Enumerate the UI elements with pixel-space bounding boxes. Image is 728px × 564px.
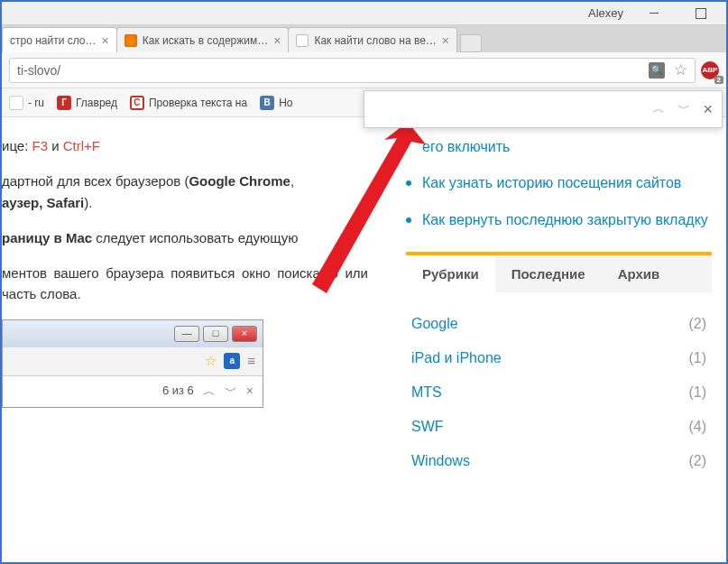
- article-line: раницу в Mac следует использовать едующу…: [2, 227, 368, 248]
- window-maximize-button[interactable]: [685, 5, 717, 22]
- bookmark-label: Проверка текста на: [149, 97, 247, 109]
- new-tab-button[interactable]: [460, 34, 482, 52]
- inset-find-next-icon[interactable]: ﹀: [225, 382, 237, 402]
- article-line: ице: F3 и Ctrl+F: [2, 135, 368, 156]
- related-link-item[interactable]: Как вернуть последнюю закрытую вкладку: [406, 210, 712, 230]
- related-link-partial: его включить: [422, 137, 510, 157]
- omnibox-actions: 🔍 ☆: [649, 60, 687, 79]
- article-line: дартной для всех браузеров (Google Chrom…: [2, 171, 368, 213]
- page-content: ице: F3 и Ctrl+F дартной для всех браузе…: [2, 117, 726, 562]
- tab-label: Как найти слово на ве…: [314, 34, 436, 47]
- tab-label: Как искать в содержим…: [143, 34, 269, 47]
- inset-star-icon[interactable]: ☆: [205, 350, 217, 371]
- inset-close-button[interactable]: ×: [232, 326, 257, 342]
- inset-minimize-button[interactable]: —: [174, 326, 199, 342]
- inset-maximize-button[interactable]: □: [203, 326, 228, 342]
- category-item[interactable]: Google (2): [411, 307, 706, 341]
- find-prev-icon[interactable]: ︿: [652, 101, 665, 117]
- browser-tab[interactable]: Как искать в содержим… ×: [116, 27, 290, 52]
- category-link[interactable]: iPad и iPhone: [411, 350, 502, 366]
- tab-strip: стро найти сло… × Как искать в содержим……: [2, 25, 726, 52]
- category-item[interactable]: Windows (2): [411, 444, 706, 478]
- tab-label: стро найти сло…: [10, 34, 97, 47]
- related-link-item[interactable]: его включить: [406, 137, 712, 157]
- sidebar-column: его включить Как узнать историю посещени…: [381, 117, 726, 562]
- bookmark-item[interactable]: Г Главред: [57, 96, 117, 110]
- category-link[interactable]: Windows: [411, 453, 470, 469]
- category-item[interactable]: iPad и iPhone (1): [411, 341, 706, 375]
- inset-find-bar: 6 из 6 ︿ ﹀ ×: [3, 376, 263, 407]
- widget-tab-rubrics[interactable]: Рубрики: [406, 255, 495, 292]
- bookmark-favicon-icon: [9, 96, 23, 110]
- related-link: Как вернуть последнюю закрытую вкладку: [422, 210, 708, 230]
- adblock-icon[interactable]: ABP: [701, 61, 719, 79]
- username-label: Alexey: [588, 6, 623, 20]
- inset-amazon-icon[interactable]: a: [224, 353, 240, 369]
- category-count: (1): [688, 384, 706, 401]
- sidebar-widget: Рубрики Последние Архив Google (2) iPad …: [406, 252, 712, 478]
- widget-tab-recent[interactable]: Последние: [495, 255, 602, 292]
- tab-close-icon[interactable]: ×: [442, 33, 449, 48]
- bullet-icon: [406, 180, 411, 186]
- search-engine-icon[interactable]: 🔍: [649, 62, 665, 79]
- find-input[interactable]: [373, 102, 640, 116]
- inset-address-bar: ☆ a ≡: [3, 347, 263, 376]
- browser-tab[interactable]: Как найти слово на ве… ×: [288, 27, 457, 52]
- url-text: ti-slovo/: [17, 63, 60, 78]
- widget-tabstrip: Рубрики Последние Архив: [406, 255, 712, 292]
- window-titlebar: Alexey: [2, 2, 726, 25]
- tab-close-icon[interactable]: ×: [273, 33, 281, 48]
- article-line: ментов вашего браузера появиться окно по…: [2, 263, 368, 305]
- category-count: (4): [688, 419, 706, 435]
- bookmark-label: Главред: [76, 97, 117, 109]
- widget-tab-archive[interactable]: Архив: [602, 255, 677, 292]
- bookmark-favicon-icon: C: [130, 96, 144, 110]
- bookmark-favicon-icon: Г: [57, 96, 71, 110]
- category-count: (2): [688, 316, 706, 332]
- category-link[interactable]: SWF: [411, 419, 444, 435]
- bookmark-star-icon[interactable]: ☆: [674, 60, 687, 79]
- category-count: (1): [688, 350, 706, 366]
- category-link[interactable]: Google: [411, 316, 458, 332]
- bookmark-label: - ru: [28, 97, 44, 109]
- url-input[interactable]: ti-slovo/ 🔍 ☆: [9, 58, 696, 83]
- find-next-icon[interactable]: ﹀: [677, 101, 690, 117]
- inset-titlebar: — □ ×: [3, 320, 263, 347]
- category-link[interactable]: MTS: [411, 384, 442, 401]
- inset-find-prev-icon[interactable]: ︿: [203, 382, 216, 402]
- firefox-favicon-icon: [124, 34, 137, 47]
- related-link: Как узнать историю посещения сайтов: [422, 173, 681, 193]
- find-close-icon[interactable]: ×: [703, 100, 713, 119]
- category-count: (2): [688, 453, 706, 469]
- tab-close-icon[interactable]: ×: [102, 33, 109, 48]
- window-minimize-button[interactable]: [638, 5, 670, 22]
- inset-find-close-icon[interactable]: ×: [246, 382, 253, 402]
- address-bar: ti-slovo/ 🔍 ☆ ABP: [2, 52, 726, 88]
- find-in-page-bar: ︿ ﹀ ×: [364, 90, 723, 128]
- bookmark-item[interactable]: - ru: [9, 96, 44, 110]
- browser-tab[interactable]: стро найти сло… ×: [2, 27, 117, 52]
- category-item[interactable]: SWF (4): [411, 410, 706, 444]
- bookmark-item[interactable]: B Но: [260, 96, 292, 110]
- category-item[interactable]: MTS (1): [411, 375, 706, 410]
- related-link-item[interactable]: Как узнать историю посещения сайтов: [406, 173, 712, 193]
- bookmark-item[interactable]: C Проверка текста на: [130, 96, 247, 110]
- category-list: Google (2) iPad и iPhone (1) MTS (1) SWF…: [406, 292, 712, 478]
- bookmark-label: Но: [279, 97, 292, 109]
- inset-find-count: 6 из 6: [162, 382, 194, 400]
- bookmark-favicon-icon: B: [260, 96, 274, 110]
- bullet-icon: [406, 217, 411, 223]
- embedded-screenshot: — □ × ☆ a ≡ 6 из 6 ︿ ﹀ ×: [2, 319, 263, 408]
- page-favicon-icon: [296, 34, 309, 47]
- article-column: ице: F3 и Ctrl+F дартной для всех браузе…: [2, 117, 381, 562]
- inset-menu-icon[interactable]: ≡: [247, 350, 255, 371]
